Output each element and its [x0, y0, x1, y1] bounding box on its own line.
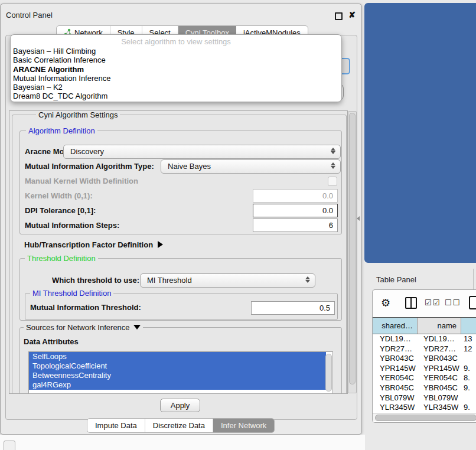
- tab-impute-data[interactable]: Impute Data: [87, 419, 145, 432]
- algorithm-option[interactable]: Basic Correlation Inference: [11, 56, 341, 64]
- table-header-row: shared… name: [373, 317, 476, 334]
- table-panel: ⚙ ☑☑ ☐☐ shared… name YDL19…YDL19…13YDR27…: [372, 289, 476, 423]
- panel-divider: [473, 269, 474, 289]
- algorithm-option[interactable]: Bayesian – K2: [11, 83, 341, 92]
- table-cell: YPR145W: [373, 364, 418, 374]
- aracne-mode-select[interactable]: Discovery: [63, 145, 341, 159]
- attributes-scrollbar[interactable]: [325, 354, 332, 392]
- tab-discretize-data[interactable]: Discretize Data: [145, 419, 213, 432]
- table-cell: YBL079W: [373, 393, 418, 403]
- table-cell: YDR27…: [373, 344, 418, 354]
- table-cell: YBR043C: [418, 354, 461, 364]
- table-cell: [461, 354, 476, 364]
- algorithm-dropdown-list: Select algorithm to view settings Bayesi…: [10, 34, 342, 102]
- settings-horizontal-scrollbar[interactable]: [32, 393, 348, 394]
- table-cell: YBR045C: [418, 383, 461, 393]
- data-attributes-label: Data Attributes: [24, 337, 79, 346]
- table-cell: YDL19…: [373, 334, 418, 344]
- column-header-partial[interactable]: [461, 318, 476, 334]
- table-row[interactable]: YBL079WYBL079W: [373, 393, 476, 403]
- table-cell: YER054C: [418, 373, 461, 383]
- spinner-arrows-icon: [331, 148, 335, 154]
- app-root: Control Panel ✘ Network Style Select Cyn…: [0, 0, 476, 450]
- mi-algorithm-type-select[interactable]: Naive Bayes: [161, 159, 341, 174]
- kernel-width-label: Kernel Width (0,1):: [25, 191, 93, 200]
- deselect-all-icon[interactable]: ☐☐: [445, 298, 461, 307]
- dpi-tolerance-field[interactable]: 0.0: [253, 204, 338, 217]
- tab-label: Impute Data: [95, 421, 137, 430]
- mi-steps-label: Mutual Information Steps:: [25, 221, 119, 230]
- expand-right-icon: [158, 241, 163, 248]
- column-header-shared-name[interactable]: shared…: [373, 318, 418, 334]
- column-header-name[interactable]: name: [418, 318, 461, 334]
- algorithm-option[interactable]: ARACNE Algorithm: [11, 65, 341, 74]
- kernel-width-field[interactable]: 0.0: [253, 189, 338, 203]
- which-threshold-select[interactable]: MI Threshold: [140, 273, 315, 288]
- panel-splitter-handle[interactable]: [357, 216, 360, 221]
- network-view-frame: GALGAL80GAL10GAL1GAL11SWI4GAL4GCY1HAP4YH…: [364, 3, 476, 263]
- manual-kernel-width-checkbox[interactable]: [328, 177, 337, 186]
- table-cell: YDL19…: [418, 334, 461, 344]
- bottom-strip: [0, 435, 365, 450]
- table-cell: YLR345W: [373, 403, 418, 413]
- table-cell: 13: [461, 334, 476, 344]
- float-window-icon[interactable]: [335, 12, 343, 20]
- table-cell: 9.: [461, 364, 476, 374]
- control-panel-title: Control Panel: [6, 11, 53, 19]
- gear-icon[interactable]: ⚙: [381, 296, 390, 309]
- algorithm-options: Bayesian – Hill ClimbingBasic Correlatio…: [11, 47, 341, 101]
- table-row[interactable]: YBR043CYBR043C: [373, 354, 476, 364]
- table-row[interactable]: YBR045CYBR045C9.: [373, 383, 476, 393]
- data-attributes-list: SelfLoopsTopologicalCoefficientBetweenne…: [28, 351, 333, 394]
- algorithm-definition-group: Algorithm Definition Aracne Mode: Discov…: [19, 131, 342, 234]
- threshold-definition-group: Threshold Definition Which threshold to …: [19, 258, 342, 321]
- column-layout-icon[interactable]: [405, 297, 417, 309]
- document-icon[interactable]: [469, 296, 476, 309]
- algorithm-option[interactable]: Bayesian – Hill Climbing: [11, 47, 341, 56]
- table-row[interactable]: YPR145WYPR145W9.: [373, 364, 476, 374]
- bottom-tab-bar: Impute Data Discretize Data Infer Networ…: [87, 418, 275, 433]
- table-toolbar: ⚙ ☑☑ ☐☐: [373, 290, 476, 317]
- settings-vertical-scrollbar[interactable]: [348, 111, 357, 393]
- table-cell: [461, 393, 476, 403]
- which-threshold-label: Which threshold to use:: [52, 276, 139, 285]
- mi-steps-field[interactable]: 6: [253, 219, 338, 232]
- table-cell: 9.: [461, 403, 476, 413]
- algorithm-option[interactable]: Mutual Information Inference: [11, 74, 341, 83]
- sources-group: Sources for Network Inference Data Attri…: [19, 327, 342, 394]
- group-title: Threshold Definition: [25, 254, 98, 263]
- table-row[interactable]: YDR27…YDR27…12: [373, 344, 476, 354]
- table-cell: 12: [461, 344, 476, 354]
- apply-button[interactable]: Apply: [160, 399, 200, 412]
- table-row[interactable]: YDL19…YDL19…13: [373, 334, 476, 344]
- table-cell: YDR27…: [418, 344, 461, 354]
- hub-definition-toggle[interactable]: Hub/Transcription Factor Definition: [24, 240, 163, 249]
- table-horizontal-scrollbar[interactable]: [373, 413, 476, 421]
- table-row[interactable]: YER054CYER054C8.: [373, 373, 476, 383]
- sources-toggle[interactable]: Sources for Network Inference: [24, 323, 143, 332]
- algorithm-option[interactable]: Dream8 DC_TDC Algorithm: [11, 92, 341, 100]
- attribute-item[interactable]: BetweennessCentrality: [29, 371, 326, 380]
- tab-infer-network[interactable]: Infer Network: [213, 419, 274, 432]
- dpi-tolerance-label: DPI Tolerance [0,1]:: [25, 206, 96, 215]
- table-cell: YER054C: [373, 373, 418, 383]
- table-cell: YLR345W: [418, 403, 461, 413]
- attribute-item[interactable]: SelfLoops: [29, 352, 326, 361]
- mi-threshold-field[interactable]: 0.5: [251, 301, 335, 315]
- cyni-settings-viewport: Cyni Algorithm Settings Algorithm Defini…: [9, 110, 348, 394]
- group-title: MI Threshold Definition: [30, 289, 113, 298]
- attribute-item[interactable]: TopologicalCoefficient: [29, 361, 326, 371]
- attribute-item[interactable]: gal4RGexp: [29, 380, 326, 390]
- close-icon[interactable]: ✘: [348, 10, 356, 19]
- sources-title: Sources for Network Inference: [26, 323, 130, 332]
- aracne-mode-value: Discovery: [70, 147, 104, 156]
- minimized-panel-icon[interactable]: [4, 441, 15, 450]
- table-row[interactable]: YLR345WYLR345W9.: [373, 403, 476, 413]
- spinner-arrows-icon: [305, 276, 310, 283]
- group-title: Algorithm Definition: [26, 126, 97, 135]
- select-all-icon[interactable]: ☑☑: [425, 298, 441, 307]
- group-title: Cyni Algorithm Settings: [36, 110, 120, 119]
- algorithm-dropdown-placeholder: Select algorithm to view settings: [11, 37, 341, 47]
- table-cell: YBR045C: [373, 383, 418, 393]
- collapse-down-icon: [133, 325, 141, 330]
